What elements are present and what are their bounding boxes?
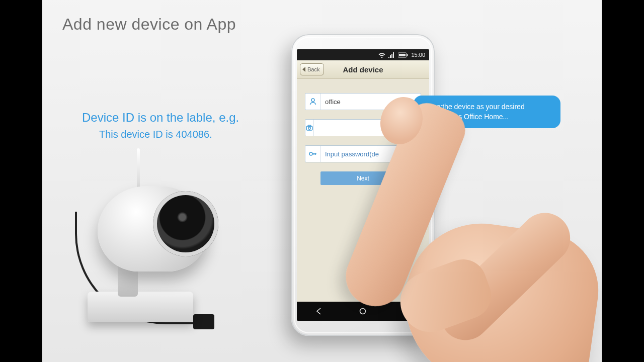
status-bar: 15:00	[297, 49, 429, 60]
svg-rect-2	[407, 54, 408, 56]
wifi-icon	[378, 52, 385, 58]
signal-icon	[388, 52, 395, 58]
device-id-input[interactable]	[314, 120, 403, 136]
phone-screen: 15:00 Back Add device	[297, 49, 429, 321]
svg-rect-14	[417, 128, 419, 130]
nav-back-icon[interactable]	[315, 307, 323, 315]
device-id-hint-1: Device ID is on the lable, e.g.	[82, 111, 239, 125]
instruction-slide: Add new device on App Device ID is on th…	[42, 0, 602, 362]
phone-mockup: 15:00 Back Add device	[291, 34, 435, 336]
camera-icon	[305, 120, 314, 136]
svg-rect-15	[415, 131, 416, 132]
android-nav-bar	[297, 302, 429, 321]
svg-point-3	[311, 99, 314, 102]
key-icon	[305, 146, 321, 162]
device-name-field[interactable]	[305, 93, 421, 110]
svg-rect-8	[410, 123, 411, 125]
nav-recent-icon[interactable]	[403, 307, 411, 315]
svg-rect-13	[415, 128, 416, 130]
svg-point-19	[360, 309, 366, 314]
svg-point-5	[308, 127, 310, 129]
status-time: 15:00	[411, 52, 425, 58]
app-navbar: Back Add device	[297, 60, 429, 79]
device-id-field[interactable]	[305, 119, 403, 136]
next-button[interactable]: Next	[320, 171, 406, 185]
back-button[interactable]: Back	[300, 63, 324, 75]
password-input[interactable]	[321, 146, 421, 162]
svg-rect-20	[405, 309, 410, 314]
svg-rect-17	[419, 128, 420, 130]
svg-rect-12	[410, 131, 411, 132]
page-title: Add new device on App	[62, 15, 236, 34]
person-icon	[305, 94, 321, 110]
screen-title: Add device	[343, 65, 383, 74]
device-id-hint-2: This device ID is 404086.	[99, 129, 212, 140]
nav-home-icon[interactable]	[359, 307, 367, 315]
svg-rect-1	[399, 54, 406, 56]
svg-point-18	[309, 152, 312, 155]
password-field[interactable]	[305, 145, 421, 162]
tooltip-text: Name:the device as your desired here.suc…	[422, 103, 525, 121]
camera-illustration	[77, 151, 259, 327]
tooltip-bubble: Name:the device as your desired here.suc…	[414, 96, 560, 128]
add-device-form: Next	[297, 79, 429, 185]
svg-rect-16	[417, 131, 420, 132]
battery-icon	[398, 52, 408, 58]
